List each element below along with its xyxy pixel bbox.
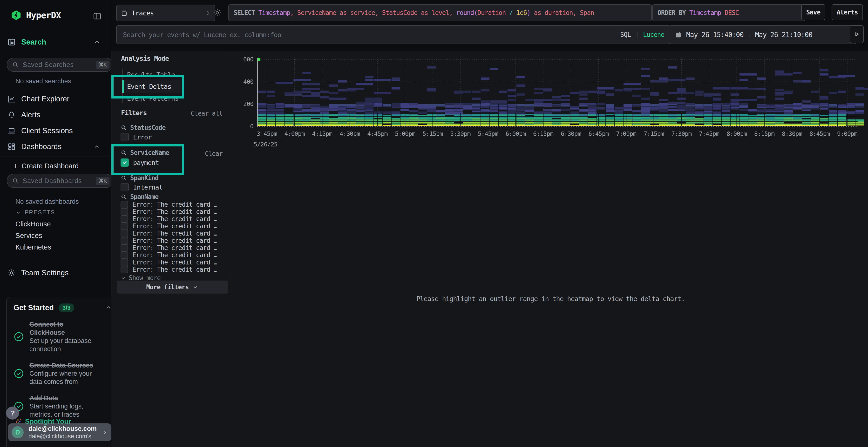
empty-state-message: Please highlight an outlier range in the…	[233, 295, 868, 303]
event-search-bar[interactable]: SQL | Lucene	[116, 25, 671, 44]
spanname-checkbox[interactable]	[121, 266, 128, 273]
x-tick-label: 6:45pm	[583, 130, 614, 137]
spanname-filter-row[interactable]: Error: The credit card …	[121, 201, 217, 208]
chevron-up-icon[interactable]	[105, 304, 112, 311]
language-toggle-sql[interactable]: SQL	[620, 31, 631, 38]
spanname-checkbox[interactable]	[121, 201, 128, 208]
preset-kubernetes[interactable]: Kubernetes	[16, 243, 51, 251]
create-dashboard-button[interactable]: + Create Dashboard	[13, 162, 79, 170]
spanname-label: Error: The credit card …	[132, 201, 217, 208]
sidebar-item-dashboards[interactable]: Dashboards	[7, 141, 104, 152]
source-settings-gear-icon[interactable]	[213, 8, 222, 18]
get-started-step[interactable]: Add Data Start sending logs, metrics, or…	[13, 394, 112, 419]
filter-group-spankind: SpanKind	[121, 174, 158, 182]
spanname-filter-row[interactable]: Error: The credit card …	[121, 244, 217, 251]
clear-all-link[interactable]: Clear all	[191, 110, 222, 117]
sidebar-item-label: Alerts	[21, 110, 40, 119]
mode-event-deltas-active[interactable]: Event Deltas	[122, 80, 181, 93]
search-icon[interactable]	[121, 125, 127, 131]
play-icon	[853, 31, 860, 38]
spanname-filter-row[interactable]: Error: The credit card …	[121, 222, 217, 230]
run-query-button[interactable]	[850, 25, 864, 43]
sidebar-item-team-settings[interactable]: Team Settings	[7, 267, 104, 278]
internal-checkbox[interactable]	[121, 183, 129, 191]
sidebar-item-chart-explorer[interactable]: Chart Explorer	[7, 94, 104, 105]
preset-clickhouse[interactable]: ClickHouse	[16, 220, 51, 228]
y-tick-label: 0	[233, 123, 253, 130]
payment-checkbox-checked[interactable]	[121, 159, 129, 167]
spanname-filter-row[interactable]: Error: The credit card …	[121, 251, 217, 259]
get-started-step[interactable]: Connect to ClickHouse Set up your databa…	[13, 320, 112, 353]
search-icon[interactable]	[121, 194, 127, 200]
presets-toggle[interactable]: PRESETS	[16, 209, 55, 216]
spanname-filter-row[interactable]: Error: The credit card …	[121, 230, 217, 237]
error-checkbox[interactable]	[121, 133, 129, 141]
x-tick-label: 5:00pm	[390, 130, 421, 137]
more-filters-button[interactable]: More filters	[117, 281, 228, 294]
search-icon[interactable]	[121, 175, 127, 181]
clear-link[interactable]: Clear	[205, 150, 222, 157]
sidebar-item-alerts[interactable]: Alerts	[7, 109, 104, 121]
logo[interactable]: HyperDX	[10, 10, 61, 21]
saved-searches-field[interactable]	[22, 61, 92, 69]
user-team: dale@clickhouse.com's	[28, 433, 96, 440]
spanname-filter-row[interactable]: Error: The credit card …	[121, 259, 217, 266]
spanname-checkbox[interactable]	[121, 222, 128, 230]
spanname-filter-row[interactable]: Error: The credit card …	[121, 266, 217, 273]
sidebar-item-label: Search	[21, 38, 46, 46]
chevron-up-icon	[94, 39, 100, 45]
hyperdx-logo-icon	[10, 10, 22, 21]
spanname-checkbox[interactable]	[121, 208, 128, 215]
topbar: Traces SELECT Timestamp, ServiceName as …	[112, 0, 868, 51]
x-tick-label: 4:45pm	[362, 130, 393, 137]
spanname-checkbox[interactable]	[121, 244, 128, 252]
filter-group-spanname: SpanName	[121, 193, 158, 200]
filter-option-row[interactable]: Error	[121, 133, 151, 141]
event-search-input[interactable]	[123, 31, 616, 39]
user-menu[interactable]: D dale@clickhouse.com dale@clickhouse.co…	[8, 423, 112, 441]
alerts-button[interactable]: Alerts	[832, 4, 863, 20]
chevron-down-icon	[121, 275, 126, 281]
get-started-step[interactable]: Create Data Sources Configure where your…	[13, 361, 112, 386]
search-logs-icon	[7, 38, 16, 46]
x-tick-label: 8:30pm	[776, 130, 808, 137]
spanname-filter-row[interactable]: Error: The credit card …	[121, 208, 217, 215]
spanname-checkbox[interactable]	[121, 230, 128, 237]
spanname-filter-row[interactable]: Error: The credit card …	[121, 237, 217, 244]
spanname-checkbox[interactable]	[121, 259, 128, 266]
language-toggle-lucene[interactable]: Lucene	[643, 31, 664, 38]
saved-dashboards-field[interactable]	[22, 177, 92, 185]
calendar-icon	[675, 31, 682, 38]
source-select[interactable]: Traces	[116, 5, 215, 21]
sidebar-item-client-sessions[interactable]: Client Sessions	[7, 125, 104, 136]
step-title: Connect to ClickHouse	[29, 321, 65, 336]
help-button[interactable]: ?	[6, 407, 19, 419]
stack-icon	[121, 9, 128, 16]
spanname-checkbox[interactable]	[121, 251, 128, 259]
filter-option-row[interactable]: Internal	[121, 183, 162, 191]
y-tick-label: 200	[233, 100, 253, 107]
saved-searches-input[interactable]: ⌘K	[7, 58, 113, 72]
sidebar-item-label: Team Settings	[21, 269, 68, 277]
get-started-title: Get Started	[13, 304, 54, 312]
sql-select-input[interactable]: SELECT Timestamp, ServiceName as service…	[228, 4, 652, 21]
search-icon	[12, 61, 19, 68]
sql-orderby-input[interactable]: ORDER BY Timestamp DESC	[652, 4, 806, 21]
preset-services[interactable]: Services	[16, 232, 42, 240]
y-tick-label: 600	[233, 56, 253, 63]
sidebar-collapse-icon[interactable]	[93, 11, 102, 21]
spanname-checkbox[interactable]	[121, 237, 128, 244]
saved-dashboards-input[interactable]: ⌘K	[7, 174, 113, 188]
sidebar-item-search[interactable]: Search	[7, 37, 104, 48]
x-tick-label: 3:45pm	[251, 130, 283, 137]
save-button[interactable]: Save	[801, 4, 825, 20]
mode-results-table[interactable]: Results Table	[127, 71, 175, 78]
mode-event-patterns[interactable]: Event Patterns	[127, 95, 179, 102]
filter-option-row[interactable]: payment	[121, 159, 159, 166]
search-icon[interactable]	[121, 149, 127, 156]
duration-heatmap-canvas[interactable]	[233, 51, 868, 152]
spanname-checkbox[interactable]	[121, 215, 128, 223]
spanname-filter-row[interactable]: Error: The credit card …	[121, 215, 217, 222]
get-started-header[interactable]: Get Started 3/3	[13, 304, 112, 312]
time-range-picker[interactable]: May 26 15:40:00 - May 26 21:10:00	[669, 25, 857, 44]
